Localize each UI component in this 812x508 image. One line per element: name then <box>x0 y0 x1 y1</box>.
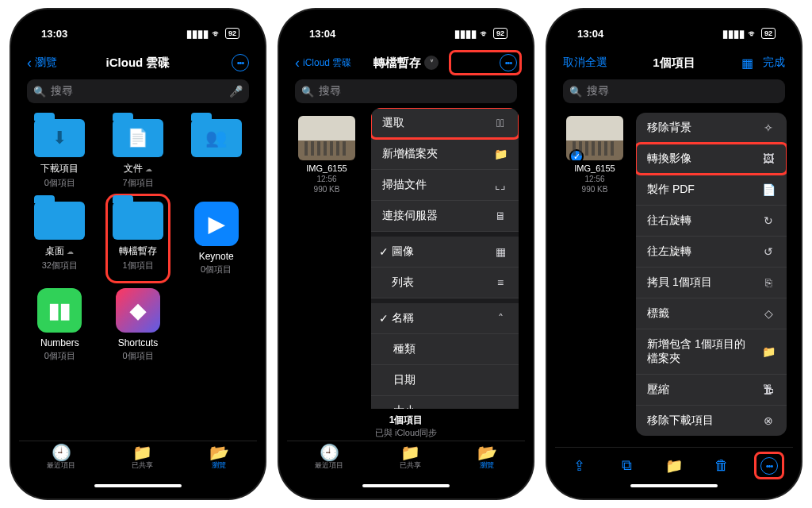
menu-view-icons[interactable]: ✓圖像▦ <box>371 237 519 267</box>
menu-sort-kind[interactable]: 種類 <box>371 334 519 365</box>
tab-recent[interactable]: 🕘最近項目 <box>315 444 343 471</box>
numbers-icon: ▮▮ <box>37 288 82 333</box>
tab-bar: 🕘最近項目 📁已共享 📂瀏覽 <box>19 441 257 483</box>
menu-tags[interactable]: 標籤◇ <box>636 298 787 329</box>
menu-sort-date[interactable]: 日期 <box>371 365 519 396</box>
home-indicator[interactable] <box>362 484 450 487</box>
folder-documents[interactable]: 📄 文件☁ 7個項目 <box>101 114 176 194</box>
search-input[interactable]: 🔍 搜尋 <box>295 79 517 103</box>
folder-convert-temp[interactable]: 轉檔暫存 1個項目 <box>101 197 176 280</box>
menu-rotate-left[interactable]: 往左旋轉↺ <box>636 237 787 267</box>
tab-bar: 🕘最近項目 📁已共享 📂瀏覽 <box>287 441 525 483</box>
image-thumbnail: ✓ <box>566 116 623 160</box>
search-placeholder: 搜尋 <box>587 84 779 98</box>
tab-browse[interactable]: 📂瀏覽 <box>209 444 229 471</box>
tab-shared[interactable]: 📁已共享 <box>132 444 153 471</box>
view-options-menu: 選取✓⃝ 新增檔案夾📁 掃描文件⌞⌟ 連接伺服器🖥 ✓圖像▦ 列表≡ ✓名稱˄ … <box>371 108 519 409</box>
shared-folder-icon: 📁 <box>132 444 153 460</box>
done-button[interactable]: 完成 <box>763 56 785 70</box>
home-indicator[interactable] <box>94 484 182 487</box>
cell-signal-icon: ▮▮▮▮ <box>454 28 477 40</box>
grid-icon: ▦ <box>493 245 508 258</box>
phone-1: 13:03 ▮▮▮▮ ᯤ 92 ‹ 瀏覽 iCloud 雲碟 ••• 🔍 搜尋 … <box>11 10 265 498</box>
tab-browse[interactable]: 📂瀏覽 <box>477 444 497 471</box>
back-button[interactable]: ‹ 瀏覽 <box>27 56 90 70</box>
selection-toolbar: ⇪ ⧉ 📁 🗑 ••• <box>555 447 793 483</box>
folder-downloads[interactable]: ⬇ 下載項目 0個項目 <box>22 114 98 194</box>
more-icon: ••• <box>760 457 778 475</box>
folder-grid: ⬇ 下載項目 0個項目 📄 文件☁ 7個項目 👥 桌面☁ 32個項 <box>19 108 257 373</box>
more-button[interactable]: ••• <box>232 54 249 71</box>
folder-icon: 📂 <box>477 444 497 460</box>
wifi-icon: ᯤ <box>480 28 490 40</box>
mic-icon[interactable]: 🎤 <box>229 85 243 98</box>
deselect-all-button[interactable]: 取消全選 <box>563 56 626 70</box>
folder-keynote[interactable]: ▶ Keynote 0個項目 <box>178 197 254 280</box>
menu-remove-download[interactable]: 移除下載項目⊗ <box>636 406 787 436</box>
wifi-icon: ᯤ <box>212 28 222 40</box>
dynamic-island <box>636 17 712 37</box>
dynamic-island <box>100 17 176 37</box>
selection-count: 1個項目 <box>626 56 722 71</box>
download-icon: ⬇ <box>34 119 85 157</box>
folder-desktop[interactable]: 桌面☁ 32個項目 <box>22 197 98 280</box>
file-item[interactable]: IMG_6155 12:56 990 KB <box>295 116 358 194</box>
trash-button[interactable]: 🗑 <box>711 457 732 474</box>
page-title: iCloud 雲碟 <box>90 56 186 71</box>
menu-select[interactable]: 選取✓⃝ <box>371 108 519 139</box>
toolbar-more-button[interactable]: ••• <box>759 456 779 475</box>
folder-numbers[interactable]: ▮▮ Numbers 0個項目 <box>22 283 98 367</box>
rotate-left-icon: ↺ <box>761 245 776 258</box>
tab-shared[interactable]: 📁已共享 <box>400 444 421 471</box>
search-icon: 🔍 <box>569 86 582 98</box>
back-button[interactable]: ‹iCloud 雲碟 <box>295 56 358 70</box>
folder-shared[interactable]: 👥 <box>178 114 254 194</box>
menu-scan[interactable]: 掃描文件⌞⌟ <box>371 170 519 201</box>
back-label: iCloud 雲碟 <box>303 56 351 70</box>
folder-shortcuts[interactable]: ◆ Shortcuts 0個項目 <box>101 283 176 367</box>
tab-recent[interactable]: 🕘最近項目 <box>47 444 75 471</box>
dynamic-island <box>368 17 444 37</box>
menu-make-pdf[interactable]: 製作 PDF📄 <box>636 175 787 206</box>
battery-level: 92 <box>493 28 508 39</box>
more-button[interactable]: ••• <box>500 54 517 71</box>
copy-icon: ⎘ <box>761 276 776 289</box>
menu-sort-size[interactable]: 大小 <box>371 396 519 409</box>
menu-connect-server[interactable]: 連接伺服器🖥 <box>371 201 519 232</box>
checkmark-icon: ✓ <box>379 312 389 325</box>
home-indicator[interactable] <box>630 484 718 487</box>
grid-view-icon[interactable]: ▦ <box>741 56 753 71</box>
select-icon: ✓⃝ <box>493 117 508 129</box>
share-button[interactable]: ⇪ <box>569 457 589 475</box>
menu-compress[interactable]: 壓縮🗜 <box>636 375 787 406</box>
cloud-icon: ☁ <box>145 165 152 173</box>
chevron-up-icon: ˄ <box>493 312 508 325</box>
cell-signal-icon: ▮▮▮▮ <box>722 28 745 40</box>
image-icon: 🖼 <box>761 152 776 165</box>
file-item-selected[interactable]: ✓ IMG_6155 12:56 990 KB <box>563 116 626 194</box>
move-button[interactable]: 📁 <box>664 457 684 475</box>
search-icon: 🔍 <box>301 86 314 98</box>
rotate-right-icon: ↻ <box>761 214 776 227</box>
clock: 13:04 <box>577 28 603 40</box>
duplicate-button[interactable]: ⧉ <box>616 457 637 474</box>
keynote-icon: ▶ <box>194 202 239 246</box>
chevron-left-icon: ‹ <box>27 56 32 70</box>
menu-new-folder[interactable]: 新增檔案夾📁 <box>371 139 519 170</box>
page-title[interactable]: 轉檔暫存˅ <box>358 56 454 71</box>
menu-copy[interactable]: 拷貝 1個項目⎘ <box>636 267 787 298</box>
search-input[interactable]: 🔍 搜尋 🎤 <box>27 79 249 103</box>
menu-remove-background[interactable]: 移除背景✧ <box>636 113 787 144</box>
menu-sort-name[interactable]: ✓名稱˄ <box>371 303 519 334</box>
cell-signal-icon: ▮▮▮▮ <box>186 28 209 40</box>
phone-2: 13:04 ▮▮▮▮ᯤ92 ‹iCloud 雲碟 轉檔暫存˅ ••• 🔍 搜尋 … <box>279 10 533 498</box>
remove-bg-icon: ✧ <box>761 121 776 134</box>
menu-view-list[interactable]: 列表≡ <box>371 267 519 298</box>
shortcuts-icon: ◆ <box>116 288 160 333</box>
search-input[interactable]: 🔍 搜尋 <box>563 79 785 103</box>
menu-convert-image[interactable]: 轉換影像🖼 <box>636 144 787 175</box>
menu-new-folder-with[interactable]: 新增包含 1個項目的檔案夾📁 <box>636 329 787 375</box>
archive-icon: 🗜 <box>761 383 776 396</box>
folder-plus-icon: 📁 <box>761 345 776 358</box>
menu-rotate-right[interactable]: 往右旋轉↻ <box>636 206 787 237</box>
